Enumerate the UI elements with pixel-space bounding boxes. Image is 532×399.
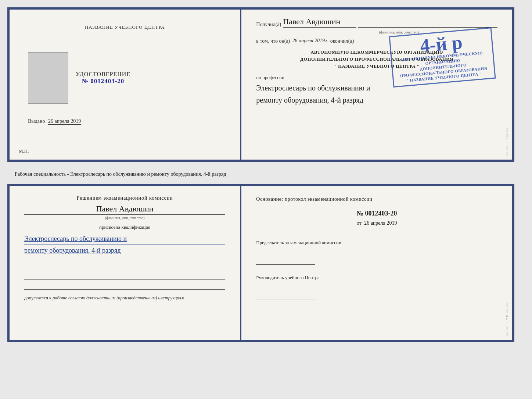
sig-line1 xyxy=(24,262,225,269)
prisvoena-text: присвоена квалификация xyxy=(24,224,225,230)
qual-line2: ремонту оборудования, 4-й разряд xyxy=(24,245,225,257)
training-center-title: НАЗВАНИЕ УЧЕБНОГО ЦЕНТРА xyxy=(85,24,165,30)
photo-placeholder xyxy=(28,52,68,104)
fio-subtitle-bottom: (фамилия, имя, отчество) xyxy=(24,216,225,220)
signature-lines xyxy=(24,262,225,290)
spine-char-a: а xyxy=(505,138,509,139)
vtomchto-label: в том, что он(а) xyxy=(256,38,290,44)
poluchil-label: Получил(а) xyxy=(256,22,281,28)
left-panel-top: НАЗВАНИЕ УЧЕБНОГО ЦЕНТРА УДОСТОВЕРЕНИЕ №… xyxy=(10,10,240,160)
resheniem-title: Решением экзаменационной комиссии xyxy=(24,195,225,201)
ot-label: от xyxy=(357,220,362,226)
spine-char-arrow: ← xyxy=(505,141,509,144)
spine-char-i2: И xyxy=(505,314,509,317)
sig-line3 xyxy=(24,282,225,290)
dopuskaetsya-label: допускается к xyxy=(24,295,51,300)
dopuskaetsya-text: работе согласно должностным (производств… xyxy=(53,295,184,300)
completion-date: 26 апреля 2019г. xyxy=(292,38,328,44)
middle-specialty-text: Рабочая специальность - Электрослесарь п… xyxy=(7,168,525,177)
spine-char-a2: а xyxy=(505,318,509,320)
document-top: НАЗВАНИЕ УЧЕБНОГО ЦЕНТРА УДОСТОВЕРЕНИЕ №… xyxy=(7,7,514,162)
spine-char-i: И xyxy=(505,134,509,137)
predsedatel-label: Председатель экзаменационной комиссии xyxy=(256,239,497,246)
spine-dash-b1 xyxy=(507,303,507,307)
dash-line xyxy=(358,27,497,28)
rukovoditel-sig-line xyxy=(256,292,315,299)
vydano-line: Выдано 26 апреля 2019 xyxy=(28,118,81,125)
person-name-bottom: Павел Авдюшин xyxy=(24,204,225,215)
predsedatel-sig-line xyxy=(256,257,315,265)
spine-dash-b2 xyxy=(507,309,507,313)
stamp-overlay: 4-й р АВТОНОМНУЮ НЕКОММЕРЧЕСКУЮ ОРГАНИЗА… xyxy=(389,27,496,88)
spine-right-bottom: И а ← xyxy=(502,186,512,340)
vydano-date: 26 апреля 2019 xyxy=(48,118,81,125)
rukovoditel-label: Руководитель учебного Центра xyxy=(256,274,497,281)
recipient-line: Получил(а) Павел Авдюшин xyxy=(256,17,497,28)
spine-dash xyxy=(507,128,507,133)
ot-date: 26 апреля 2019 xyxy=(364,220,397,226)
left-panel-bottom: Решением экзаменационной комиссии Павел … xyxy=(10,186,240,340)
profession-line2: ремонту оборудования, 4-й разряд xyxy=(256,94,497,106)
spine-right-top: И а ← xyxy=(502,10,512,160)
certificate-label: УДОСТОВЕРЕНИЕ xyxy=(76,71,130,78)
spine-dash-b3 xyxy=(507,326,507,330)
qual-line1: Электрослесарь по обслуживанию и xyxy=(24,233,225,245)
recipient-name: Павел Авдюшин xyxy=(283,17,356,28)
okonchil-label: окончил(а) xyxy=(330,38,354,44)
spine-dash2 xyxy=(507,146,507,150)
protocol-number: № 0012403-20 xyxy=(256,210,497,217)
spine-dash3 xyxy=(507,152,507,156)
right-panel-bottom: Основание: протокол экзаменационной коми… xyxy=(241,186,512,340)
osnovanie-title: Основание: протокол экзаменационной коми… xyxy=(256,195,497,203)
right-panel-top: Получил(а) Павел Авдюшин (фамилия, имя, … xyxy=(241,10,512,160)
dopuskaetsya-block: допускается к работе согласно должностны… xyxy=(24,295,225,301)
ot-date-line: от 26 апреля 2019 xyxy=(256,220,497,226)
profession-line1: Электрослесарь по обслуживанию и xyxy=(256,82,497,94)
spine-char-arrow2: ← xyxy=(505,321,509,324)
mp-label: М.П. xyxy=(19,148,29,154)
document-bottom: Решением экзаменационной комиссии Павел … xyxy=(7,184,514,342)
sig-line2 xyxy=(24,272,225,279)
certificate-block: УДОСТОВЕРЕНИЕ № 0012403-20 xyxy=(76,71,130,85)
vydano-label: Выдано xyxy=(28,118,45,124)
spine-dash-b4 xyxy=(507,332,507,336)
document-number: № 0012403-20 xyxy=(76,78,130,85)
